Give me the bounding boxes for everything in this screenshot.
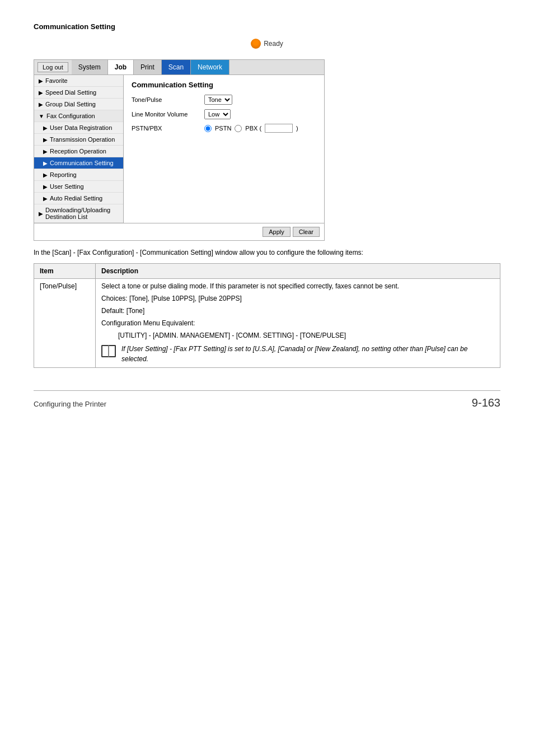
form-row-line-monitor: Line Monitor Volume Low bbox=[132, 109, 316, 119]
arrow-icon: ▶ bbox=[43, 172, 48, 178]
note-block: If [User Setting] - [Fax PTT Setting] is… bbox=[101, 344, 494, 364]
tab-print[interactable]: Print bbox=[134, 60, 162, 74]
sidebar-item-communication[interactable]: ▶ Communication Setting bbox=[34, 157, 123, 169]
sidebar-item-user-data[interactable]: ▶ User Data Registration bbox=[34, 122, 123, 134]
sidebar: ▶ Favorite ▶ Speed Dial Setting ▶ Group … bbox=[34, 75, 124, 223]
sidebar-label: Fax Configuration bbox=[46, 113, 95, 119]
pbx-close-paren: ) bbox=[296, 125, 298, 132]
desc-line-2: Choices: [Tone], [Pulse 10PPS], [Pulse 2… bbox=[101, 295, 494, 302]
footer-row: Configuring the Printer 9-163 bbox=[34, 396, 500, 409]
footer-left-text: Configuring the Printer bbox=[34, 400, 106, 408]
desc-line-5: [UTILITY] - [ADMIN. MANAGEMENT] - [COMM.… bbox=[118, 332, 494, 339]
sidebar-item-user-setting[interactable]: ▶ User Setting bbox=[34, 181, 123, 193]
ready-globe-icon bbox=[251, 39, 261, 49]
sidebar-item-auto-redial[interactable]: ▶ Auto Redial Setting bbox=[34, 193, 123, 204]
pbx-text-input[interactable] bbox=[265, 124, 293, 133]
arrow-down-icon: ▼ bbox=[39, 113, 44, 119]
pstn-radio[interactable] bbox=[204, 125, 212, 132]
sidebar-item-speed-dial[interactable]: ▶ Speed Dial Setting bbox=[34, 87, 123, 99]
arrow-icon: ▶ bbox=[43, 125, 48, 131]
arrow-icon: ▶ bbox=[39, 90, 43, 96]
line-monitor-select[interactable]: Low bbox=[204, 109, 231, 119]
tab-scan[interactable]: Scan bbox=[162, 60, 191, 74]
form-row-tone: Tone/Pulse Tone bbox=[132, 95, 316, 105]
tab-job[interactable]: Job bbox=[108, 60, 134, 74]
footer-right-text: 9-163 bbox=[472, 396, 500, 409]
sidebar-label: Communication Setting bbox=[50, 160, 114, 166]
arrow-icon: ▶ bbox=[43, 148, 48, 155]
desc-line-1: Select a tone or pulse dialing mode. If … bbox=[101, 282, 494, 290]
sidebar-item-downloading[interactable]: ▶ Downloading/Uploading Destination List bbox=[34, 204, 123, 223]
sidebar-label: User Setting bbox=[50, 183, 84, 190]
pstn-option-label: PSTN bbox=[215, 125, 231, 132]
sidebar-item-reporting[interactable]: ▶ Reporting bbox=[34, 169, 123, 181]
line-monitor-label: Line Monitor Volume bbox=[132, 111, 204, 118]
pbx-radio[interactable] bbox=[235, 125, 242, 132]
section-title: Communication Setting bbox=[34, 22, 500, 31]
tone-label: Tone/Pulse bbox=[132, 96, 204, 103]
clear-button[interactable]: Clear bbox=[293, 227, 320, 237]
sidebar-label: User Data Registration bbox=[50, 124, 112, 131]
book-right bbox=[109, 345, 116, 357]
book-icon bbox=[101, 345, 117, 357]
sidebar-item-reception[interactable]: ▶ Reception Operation bbox=[34, 146, 123, 157]
form-row-pstn: PSTN/PBX PSTN PBX ( ) bbox=[132, 124, 316, 133]
sidebar-label: Auto Redial Setting bbox=[50, 195, 102, 202]
apply-button[interactable]: Apply bbox=[263, 227, 291, 237]
note-text: If [User Setting] - [Fax PTT Setting] is… bbox=[121, 344, 494, 364]
pstn-radio-group: PSTN PBX ( ) bbox=[204, 124, 298, 133]
info-table: Item Description [Tone/Pulse] Select a t… bbox=[34, 263, 500, 368]
arrow-icon: ▶ bbox=[43, 195, 48, 202]
desc-line-3: Default: [Tone] bbox=[101, 307, 494, 315]
sidebar-label: Transmission Operation bbox=[50, 136, 115, 143]
btn-row: Apply Clear bbox=[34, 223, 324, 240]
ready-label: Ready bbox=[264, 40, 283, 48]
sidebar-item-favorite[interactable]: ▶ Favorite bbox=[34, 75, 123, 87]
sidebar-item-group-dial[interactable]: ▶ Group Dial Setting bbox=[34, 99, 123, 110]
table-row: [Tone/Pulse] Select a tone or pulse dial… bbox=[34, 279, 500, 368]
tab-bar: Log out System Job Print Scan Network bbox=[34, 60, 324, 75]
table-header-description: Description bbox=[96, 264, 500, 279]
sidebar-label: Reception Operation bbox=[50, 148, 106, 155]
table-cell-description: Select a tone or pulse dialing mode. If … bbox=[96, 279, 500, 368]
desc-line-4: Configuration Menu Equivalent: bbox=[101, 319, 494, 327]
pbx-option-label: PBX ( bbox=[245, 125, 261, 132]
table-header-item: Item bbox=[34, 264, 96, 279]
description-text: In the [Scan] - [Fax Configuration] - [C… bbox=[34, 248, 500, 258]
ready-bar: Ready bbox=[34, 39, 500, 50]
arrow-icon: ▶ bbox=[39, 101, 43, 108]
sidebar-label: Reporting bbox=[50, 171, 77, 178]
pstn-label: PSTN/PBX bbox=[132, 125, 204, 132]
tab-network[interactable]: Network bbox=[191, 60, 229, 74]
sidebar-label: Group Dial Setting bbox=[45, 101, 96, 108]
arrow-icon: ▶ bbox=[43, 160, 48, 166]
sidebar-label: Downloading/Uploading Destination List bbox=[45, 207, 119, 220]
book-left bbox=[101, 345, 109, 357]
note-book-icon bbox=[101, 345, 117, 357]
arrow-icon: ▶ bbox=[43, 184, 48, 190]
arrow-icon: ▶ bbox=[39, 211, 43, 217]
logout-button[interactable]: Log out bbox=[38, 62, 68, 72]
ready-indicator: Ready bbox=[251, 39, 283, 49]
main-content: Communication Setting Tone/Pulse Tone Li… bbox=[124, 75, 324, 223]
logout-area: Log out bbox=[34, 60, 72, 74]
ui-panel: Log out System Job Print Scan Network ▶ … bbox=[34, 59, 325, 241]
arrow-icon: ▶ bbox=[43, 137, 48, 143]
sidebar-item-transmission[interactable]: ▶ Transmission Operation bbox=[34, 134, 123, 146]
ui-body: ▶ Favorite ▶ Speed Dial Setting ▶ Group … bbox=[34, 75, 324, 223]
tab-system[interactable]: System bbox=[72, 60, 108, 74]
tone-select[interactable]: Tone bbox=[204, 95, 232, 105]
arrow-icon: ▶ bbox=[39, 78, 43, 84]
sidebar-label: Favorite bbox=[45, 77, 68, 84]
footer-divider bbox=[34, 390, 500, 391]
table-cell-item: [Tone/Pulse] bbox=[34, 279, 96, 368]
main-title: Communication Setting bbox=[132, 81, 316, 89]
sidebar-label: Speed Dial Setting bbox=[45, 89, 96, 96]
sidebar-item-fax-config[interactable]: ▼ Fax Configuration bbox=[34, 110, 123, 122]
